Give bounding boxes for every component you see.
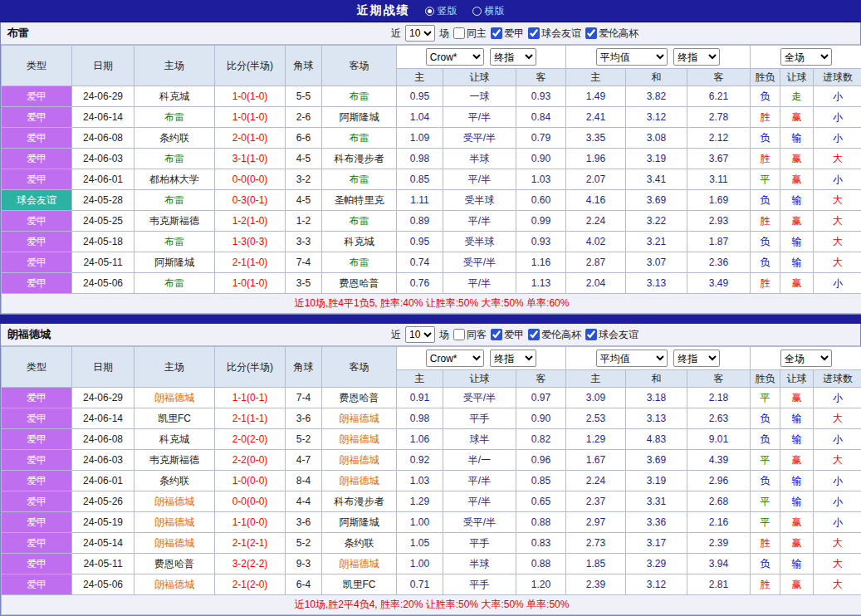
match-date: 24-05-18 bbox=[72, 232, 135, 252]
scope-controls: 全场 bbox=[751, 46, 861, 69]
away-team: 朗福德城 bbox=[322, 429, 397, 450]
avg-away-odds: 2.81 bbox=[687, 574, 751, 595]
horizontal-layout-label: 横版 bbox=[485, 4, 505, 18]
section-controls: 近 10 场 同客 爱甲 爱伦高杯 球会友谊 bbox=[391, 326, 638, 343]
corner-score: 6-4 bbox=[286, 574, 322, 595]
match-date: 24-05-28 bbox=[72, 190, 135, 211]
match-type: 爱甲 bbox=[2, 128, 72, 149]
average-odds-type-select[interactable]: 终指 bbox=[673, 350, 720, 367]
half-full-score: 1-0(1-0) bbox=[215, 273, 286, 294]
summary-row: 近10场,胜4平1负5, 胜率:40% 让胜率:50% 大率:50% 单率:60… bbox=[2, 294, 861, 314]
goals-result: 大 bbox=[814, 252, 861, 273]
bookmaker-select[interactable]: Crow* bbox=[426, 48, 484, 66]
corner-score: 7-4 bbox=[286, 252, 322, 273]
goals-result: 大 bbox=[814, 232, 861, 252]
half-full-score: 1-0(0-0) bbox=[215, 471, 286, 491]
half-full-score: 0-0(0-0) bbox=[215, 491, 286, 512]
avg-home-odds: 4.02 bbox=[566, 232, 626, 252]
match-row: 爱甲24-05-11费恩哈普3-2(2-2)9-3朗福德城1.00半球0.881… bbox=[2, 554, 861, 574]
goals-result: 大 bbox=[814, 408, 861, 429]
avg-draw-odds: 3.13 bbox=[626, 408, 687, 429]
avg-draw-odds: 3.29 bbox=[626, 554, 687, 574]
avg-home-odds: 3.09 bbox=[566, 388, 626, 408]
filter-cup-input[interactable] bbox=[585, 27, 597, 39]
filter-cup-checkbox[interactable]: 爱伦高杯 bbox=[528, 328, 581, 342]
half-full-score: 2-1(1-0) bbox=[215, 252, 286, 273]
team-section: 布雷 近 10 场 同主 爱甲 球会友谊 爱 bbox=[0, 22, 861, 315]
filter-cup-checkbox[interactable]: 爱伦高杯 bbox=[585, 27, 638, 41]
filter-league-label: 爱甲 bbox=[504, 328, 524, 342]
filter-same-away-input[interactable] bbox=[453, 329, 465, 340]
scope-select[interactable]: 全场 bbox=[780, 350, 832, 367]
filter-club-friendly-checkbox[interactable]: 球会友谊 bbox=[585, 328, 638, 342]
filter-cup-input[interactable] bbox=[528, 329, 540, 340]
result: 胜 bbox=[751, 533, 780, 554]
recent-count-select[interactable]: 10 bbox=[405, 25, 435, 42]
half-full-score: 0-0(0-0) bbox=[215, 169, 286, 190]
handicap-line: 平/半 bbox=[443, 471, 516, 491]
away-team: 布雷 bbox=[322, 128, 397, 149]
average-odds-type-select[interactable]: 终指 bbox=[673, 48, 720, 66]
goals-result: 小 bbox=[814, 491, 861, 512]
avg-draw-odds: 3.22 bbox=[626, 211, 687, 232]
corner-score: 4-5 bbox=[286, 149, 322, 169]
home-team: 布雷 bbox=[135, 149, 215, 169]
filter-league-input[interactable] bbox=[491, 329, 502, 340]
match-date: 24-06-03 bbox=[72, 149, 135, 169]
filter-club-friendly-checkbox[interactable]: 球会友谊 bbox=[528, 27, 581, 41]
filter-club-friendly-input[interactable] bbox=[528, 27, 540, 39]
home-odds: 1.03 bbox=[397, 471, 443, 491]
bookmaker-odds-type-select[interactable]: 终指 bbox=[490, 350, 536, 367]
horizontal-layout-radio[interactable]: 横版 bbox=[472, 4, 505, 18]
home-team: 朗福德城 bbox=[135, 574, 215, 595]
home-team: 凯里FC bbox=[135, 408, 215, 429]
filter-same-home-input[interactable] bbox=[453, 27, 465, 39]
home-odds: 0.98 bbox=[397, 149, 443, 169]
vertical-layout-radio[interactable]: 竖版 bbox=[425, 4, 457, 18]
summary-text: 近10场,胜4平1负5, 胜率:40% 让胜率:50% 大率:50% 单率:60… bbox=[2, 294, 861, 314]
col-header-odds-away: 客 bbox=[516, 370, 566, 388]
section-separator bbox=[0, 315, 861, 324]
match-type: 爱甲 bbox=[2, 574, 72, 595]
corner-score: 3-5 bbox=[286, 273, 322, 294]
home-team: 条约联 bbox=[135, 471, 215, 491]
avg-away-odds: 2.63 bbox=[687, 408, 751, 429]
away-odds: 0.96 bbox=[516, 450, 566, 471]
home-team: 朗福德城 bbox=[135, 512, 215, 533]
result: 负 bbox=[751, 554, 780, 574]
away-team: 朗福德城 bbox=[322, 450, 397, 471]
match-type: 爱甲 bbox=[2, 554, 72, 574]
avg-draw-odds: 3.19 bbox=[626, 149, 687, 169]
recent-count-select[interactable]: 10 bbox=[405, 326, 435, 343]
avg-away-odds: 3.94 bbox=[687, 554, 751, 574]
avg-draw-odds: 3.36 bbox=[626, 512, 687, 533]
filter-club-friendly-input[interactable] bbox=[585, 329, 597, 340]
handicap-line: 受平/半 bbox=[443, 512, 516, 533]
home-odds: 0.74 bbox=[397, 252, 443, 273]
scope-select[interactable]: 全场 bbox=[780, 48, 832, 66]
bookmaker-select[interactable]: Crow* bbox=[426, 350, 484, 367]
filter-league-checkbox[interactable]: 爱甲 bbox=[491, 328, 524, 342]
filter-league-input[interactable] bbox=[491, 27, 502, 39]
filter-same-away-checkbox[interactable]: 同客 bbox=[453, 328, 487, 342]
corner-score: 2-6 bbox=[286, 107, 322, 128]
result: 平 bbox=[751, 450, 780, 471]
filter-club-friendly-label: 球会友谊 bbox=[541, 27, 581, 41]
avg-home-odds: 1.29 bbox=[566, 429, 626, 450]
scope-controls: 全场 bbox=[751, 347, 861, 370]
avg-away-odds: 2.39 bbox=[687, 533, 751, 554]
col-header-home: 主场 bbox=[135, 46, 215, 86]
bookmaker-odds-type-select[interactable]: 终指 bbox=[490, 48, 536, 66]
away-odds: 0.84 bbox=[516, 107, 566, 128]
filter-same-home-checkbox[interactable]: 同主 bbox=[453, 27, 487, 41]
average-select[interactable]: 平均值 bbox=[596, 48, 668, 66]
home-team: 费恩哈普 bbox=[135, 554, 215, 574]
half-full-score: 1-3(0-3) bbox=[215, 232, 286, 252]
average-select[interactable]: 平均值 bbox=[596, 350, 668, 367]
corner-score: 7-4 bbox=[286, 388, 322, 408]
away-team: 科布漫步者 bbox=[322, 149, 397, 169]
filter-league-checkbox[interactable]: 爱甲 bbox=[491, 27, 524, 41]
col-header-handicap: 让球 bbox=[443, 370, 516, 388]
home-odds: 1.04 bbox=[397, 107, 443, 128]
match-type: 爱甲 bbox=[2, 408, 72, 429]
